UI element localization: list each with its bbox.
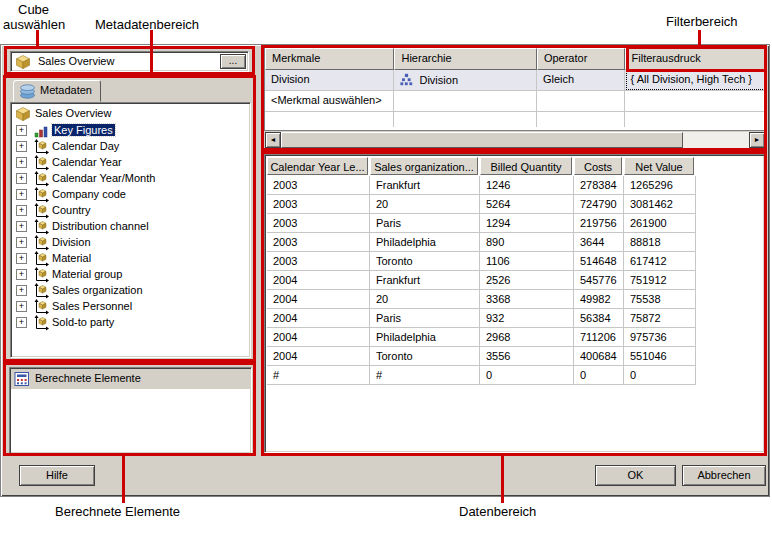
table-row[interactable]: 20042033684998275538 <box>267 290 696 309</box>
cell: 1265296 <box>624 176 696 195</box>
filter-cell-merkmal[interactable]: Division <box>265 70 394 91</box>
filter-row[interactable]: Division Division Gleich { All Division,… <box>265 70 766 91</box>
cell: Toronto <box>370 252 480 271</box>
cell: 56384 <box>574 309 624 328</box>
cell: 20 <box>370 195 480 214</box>
callout-line-metadata <box>150 30 153 76</box>
expand-icon[interactable]: + <box>16 237 27 248</box>
cell: 75538 <box>624 290 696 309</box>
filter-cell-operator[interactable] <box>537 91 625 112</box>
cube-icon <box>15 106 31 124</box>
tab-metadaten-label: Metadaten <box>40 84 92 96</box>
cell: 545776 <box>574 271 624 290</box>
expand-icon[interactable]: + <box>16 205 27 216</box>
filter-column-filterausdruck[interactable]: Filterausdruck <box>625 48 766 70</box>
table-row[interactable]: 2004Frankfurt2526545776751912 <box>267 271 696 290</box>
expand-icon[interactable]: + <box>16 253 27 264</box>
expand-icon[interactable]: + <box>16 301 27 312</box>
browse-cube-button[interactable]: ... <box>220 54 246 69</box>
table-row[interactable]: 2003Philadelphia890364488818 <box>267 233 696 252</box>
scroll-left-icon[interactable]: ◄ <box>265 132 281 148</box>
callout-line-cube <box>36 30 39 47</box>
callout-line-filter <box>698 30 701 47</box>
cube-icon <box>15 54 31 72</box>
expand-icon[interactable]: + <box>16 125 27 136</box>
cell: 88818 <box>624 233 696 252</box>
cell: Philadelphia <box>370 328 480 347</box>
cell: 2003 <box>267 252 370 271</box>
cell: # <box>267 366 370 385</box>
tree-item-label: Sales organization <box>52 284 143 296</box>
cell: 3644 <box>574 233 624 252</box>
scroll-right-icon[interactable]: ► <box>749 132 765 148</box>
tree-item-label: Country <box>52 204 91 216</box>
expand-icon[interactable]: + <box>16 157 27 168</box>
table-row[interactable]: 2003Toronto1106514648617412 <box>267 252 696 271</box>
tree-item-label: Material <box>52 252 91 264</box>
cell: 5264 <box>480 195 574 214</box>
cell: 2003 <box>267 176 370 195</box>
filter-cell-filterausdruck[interactable] <box>625 91 766 112</box>
cube-dialog: Sales Overview ... Metadaten Sales Overv… <box>0 44 770 497</box>
cell: Paris <box>370 214 480 233</box>
cell: 2004 <box>267 347 370 366</box>
data-column-costs[interactable]: Costs <box>574 157 622 175</box>
filter-cell-hierarchie[interactable] <box>394 91 536 112</box>
cell: 49982 <box>574 290 624 309</box>
cell: 278384 <box>574 176 624 195</box>
filter-cell-operator[interactable]: Gleich <box>537 70 625 91</box>
cell: 1106 <box>480 252 574 271</box>
tab-metadaten[interactable]: Metadaten <box>13 80 101 102</box>
cell: 2004 <box>267 290 370 309</box>
cell: 2004 <box>267 328 370 347</box>
scrollbar-thumb[interactable] <box>281 132 683 148</box>
data-column-calendar-year[interactable]: Calendar Year Le... <box>267 157 368 175</box>
table-row[interactable]: 2004Toronto3556400684551046 <box>267 347 696 366</box>
cell: 75872 <box>624 309 696 328</box>
cube-select-value: Sales Overview <box>38 55 114 67</box>
ok-button[interactable]: OK <box>595 465 676 486</box>
filter-horizontal-scrollbar[interactable]: ◄ ► <box>265 132 765 148</box>
annotation-metadatenbereich: Metadatenbereich <box>95 17 199 32</box>
calculated-elements-title: Berechnete Elemente <box>35 372 141 384</box>
table-row[interactable]: 20032052647247903081462 <box>267 195 696 214</box>
data-column-net-value[interactable]: Net Value <box>624 157 694 175</box>
calculated-elements-list[interactable] <box>11 389 250 452</box>
filter-column-hierarchie[interactable]: Hierarchie <box>394 48 536 70</box>
expand-icon[interactable]: + <box>16 285 27 296</box>
help-button[interactable]: Hilfe <box>19 465 95 486</box>
table-row[interactable]: 2004Philadelphia2968711206975736 <box>267 328 696 347</box>
annotation-berechnete-elemente: Berechnete Elemente <box>55 504 180 519</box>
tree-item-label: Calendar Year <box>52 156 122 168</box>
table-row[interactable]: 2003Paris1294219756261900 <box>267 214 696 233</box>
cell: 711206 <box>574 328 624 347</box>
cell: 2968 <box>480 328 574 347</box>
table-row[interactable]: 2003Frankfurt12462783841265296 <box>267 176 696 195</box>
cube-select-field[interactable]: Sales Overview ... <box>10 51 249 72</box>
filter-column-operator[interactable]: Operator <box>537 48 625 70</box>
filter-column-merkmale[interactable]: Merkmale <box>265 48 394 70</box>
table-row[interactable]: ##000 <box>267 366 696 385</box>
cell: 2003 <box>267 233 370 252</box>
filter-cell-merkmal-placeholder[interactable]: <Merkmal auswählen> <box>265 91 394 112</box>
cancel-button[interactable]: Abbrechen <box>682 465 766 486</box>
filter-hierarchie-value: Division <box>419 74 458 86</box>
filter-row-new[interactable]: <Merkmal auswählen> <box>265 91 766 112</box>
annotation-cube-line2: auswählen <box>3 17 65 32</box>
expand-icon[interactable]: + <box>16 173 27 184</box>
data-grid-header-row: Calendar Year Le... Sales organization..… <box>267 157 696 175</box>
expand-icon[interactable]: + <box>16 317 27 328</box>
expand-icon[interactable]: + <box>16 221 27 232</box>
cell: 3556 <box>480 347 574 366</box>
data-column-billed-quantity[interactable]: Billed Quantity <box>480 157 572 175</box>
data-column-sales-organization[interactable]: Sales organization... <box>370 157 478 175</box>
filter-cell-hierarchie[interactable]: Division <box>394 70 536 91</box>
cell: 2004 <box>267 309 370 328</box>
expand-icon[interactable]: + <box>16 141 27 152</box>
cell: 617412 <box>624 252 696 271</box>
expand-icon[interactable]: + <box>16 189 27 200</box>
expand-icon[interactable]: + <box>16 269 27 280</box>
filter-cell-filterausdruck[interactable]: { All Division, High Tech } <box>625 70 766 91</box>
cell: 890 <box>480 233 574 252</box>
table-row[interactable]: 2004Paris9325638475872 <box>267 309 696 328</box>
